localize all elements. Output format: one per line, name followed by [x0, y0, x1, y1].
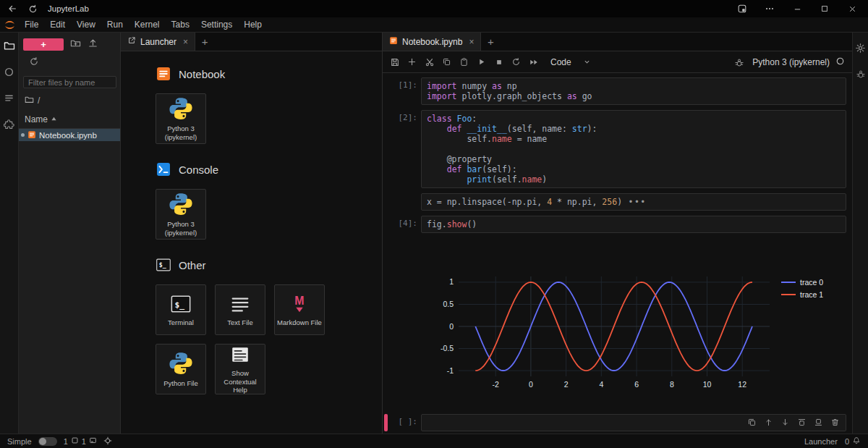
- running-sessions-icon[interactable]: [4, 67, 14, 80]
- back-arrow-icon[interactable]: [6, 2, 19, 15]
- launcher-section-header: Notebook: [156, 66, 382, 82]
- svg-text:2: 2: [564, 380, 569, 389]
- cell-prompt: [ ]:: [389, 414, 421, 431]
- insert-cell-below-icon[interactable]: [813, 417, 823, 427]
- breadcrumb-root[interactable]: /: [38, 96, 40, 106]
- cell-input[interactable]: [421, 414, 846, 431]
- menu-edit[interactable]: Edit: [44, 17, 71, 33]
- current-activity-label[interactable]: Launcher: [804, 437, 838, 446]
- cut-cells-icon[interactable]: [422, 54, 437, 69]
- close-tab-icon[interactable]: ×: [183, 37, 188, 47]
- launcher-section-title: Other: [179, 259, 206, 271]
- notifications-status[interactable]: 0: [845, 436, 861, 447]
- restart-kernel-icon[interactable]: [509, 54, 524, 69]
- launcher-card-text-file[interactable]: Text File: [215, 284, 265, 335]
- tab-notebook[interactable]: Notebook.ipynb ×: [383, 33, 481, 51]
- launcher-card-python-3-ipykernel-[interactable]: Python 3 (ipykernel): [156, 189, 206, 240]
- add-tab-button[interactable]: +: [195, 33, 214, 51]
- notebook-cell[interactable]: x = np.linspace(-np.pi, 4 * np.pi, 256) …: [383, 193, 846, 211]
- menu-run[interactable]: Run: [101, 17, 129, 33]
- new-launcher-button[interactable]: +: [23, 38, 64, 51]
- cell-collapser[interactable]: [384, 110, 388, 188]
- name-column-header[interactable]: Name: [25, 114, 48, 124]
- new-folder-icon[interactable]: [70, 38, 81, 51]
- menu-kernel[interactable]: Kernel: [129, 17, 166, 33]
- add-tab-button[interactable]: +: [481, 33, 500, 51]
- close-window-icon[interactable]: [842, 1, 862, 16]
- filter-files-input[interactable]: [23, 76, 116, 88]
- launcher-card-python-file[interactable]: Python File: [156, 344, 206, 394]
- duplicate-cell-icon[interactable]: [746, 417, 757, 427]
- notebook-cell[interactable]: [ ]:: [383, 414, 846, 431]
- upload-icon[interactable]: [88, 38, 98, 51]
- extensions-icon[interactable]: [4, 119, 14, 132]
- stop-kernel-icon[interactable]: [491, 54, 506, 69]
- terminals-count: 1: [82, 437, 86, 446]
- launcher-section-console: ConsolePython 3 (ipykernel): [156, 161, 382, 240]
- launcher-card-label: Show Contextual Help: [216, 369, 265, 395]
- run-cell-icon[interactable]: [474, 54, 489, 69]
- minimize-icon[interactable]: [787, 1, 807, 16]
- launcher-card-terminal[interactable]: $_Terminal: [156, 284, 206, 335]
- copy-cells-icon[interactable]: [439, 54, 454, 69]
- file-list-header[interactable]: Name: [19, 111, 120, 129]
- launcher-section-other: $_Other$_TerminalText FileMMarkdown File…: [156, 257, 382, 394]
- save-icon[interactable]: [387, 54, 402, 69]
- cell-input[interactable]: x = np.linspace(-np.pi, 4 * np.pi, 256) …: [421, 193, 846, 211]
- launcher-section-header: $_Other: [156, 257, 382, 273]
- file-browser-icon[interactable]: [4, 40, 15, 54]
- restart-run-all-icon[interactable]: [526, 54, 541, 69]
- cell-input[interactable]: fig.show(): [421, 216, 846, 233]
- delete-cell-icon[interactable]: [830, 417, 840, 427]
- cell-collapser[interactable]: [384, 193, 388, 211]
- cell-input[interactable]: import numpy as npimport plotly.graph_ob…: [421, 77, 846, 105]
- kernel-status-icon[interactable]: [835, 56, 845, 68]
- table-of-contents-icon[interactable]: [4, 93, 14, 106]
- refresh-icon[interactable]: [29, 56, 39, 69]
- cell-input[interactable]: class Foo: def __init__(self, name: str)…: [421, 110, 846, 188]
- simple-mode-toggle[interactable]: [38, 437, 57, 446]
- bell-icon: [852, 436, 861, 447]
- cell-collapser[interactable]: [384, 216, 388, 409]
- notebook-cell[interactable]: [1]:import numpy as npimport plotly.grap…: [383, 77, 846, 105]
- close-tab-icon[interactable]: ×: [469, 37, 474, 47]
- cell-collapser[interactable]: [384, 77, 388, 105]
- cell-prompt: [2]:: [389, 110, 421, 188]
- menu-view[interactable]: View: [71, 17, 101, 33]
- paste-cells-icon[interactable]: [456, 54, 472, 69]
- more-menu-icon[interactable]: [760, 1, 780, 16]
- svg-text:0.5: 0.5: [443, 300, 454, 308]
- menu-help[interactable]: Help: [238, 17, 268, 33]
- debugger-icon[interactable]: [731, 54, 746, 69]
- kernel-sessions-status[interactable]: 1 1: [64, 436, 97, 446]
- title-bar: JupyterLab: [0, 0, 868, 17]
- move-cell-down-icon[interactable]: [780, 417, 790, 427]
- launcher-card-show-contextual-help[interactable]: Show Contextual Help: [215, 344, 265, 394]
- svg-text:6: 6: [634, 380, 639, 389]
- kernel-name[interactable]: Python 3 (ipykernel): [752, 57, 830, 67]
- tab-launcher[interactable]: Launcher ×: [121, 33, 195, 51]
- cell-type-dropdown[interactable]: Code: [543, 57, 598, 67]
- launcher-card-markdown-file[interactable]: MMarkdown File: [274, 284, 325, 335]
- file-row-notebook[interactable]: Notebook.ipynb: [19, 129, 120, 141]
- crosshair-icon[interactable]: [103, 436, 112, 447]
- maximize-icon[interactable]: [814, 1, 835, 16]
- notebook-cell[interactable]: [2]:class Foo: def __init__(self, name: …: [383, 110, 846, 188]
- terminal-sessions-icon: [89, 436, 97, 446]
- notebook-cell[interactable]: [4]:fig.show()-2024681012-1-0.500.51trac…: [383, 216, 846, 409]
- menu-settings[interactable]: Settings: [195, 17, 238, 33]
- launcher-card-python-3-ipykernel-[interactable]: Python 3 (ipykernel): [156, 93, 206, 144]
- property-inspector-gear-icon[interactable]: [855, 43, 866, 56]
- toggle-knob: [39, 438, 46, 445]
- debugger-sidebar-icon[interactable]: [856, 69, 866, 81]
- menu-file[interactable]: File: [19, 17, 44, 33]
- cell-collapser[interactable]: [384, 414, 388, 431]
- apps-icon[interactable]: [732, 1, 752, 16]
- move-cell-up-icon[interactable]: [763, 417, 773, 427]
- menu-tabs[interactable]: Tabs: [166, 17, 195, 33]
- reload-icon[interactable]: [26, 2, 39, 15]
- insert-cell-above-icon[interactable]: [796, 417, 807, 427]
- breadcrumb[interactable]: /: [19, 88, 120, 111]
- svg-text:10: 10: [703, 380, 712, 389]
- insert-cell-icon[interactable]: [404, 54, 420, 69]
